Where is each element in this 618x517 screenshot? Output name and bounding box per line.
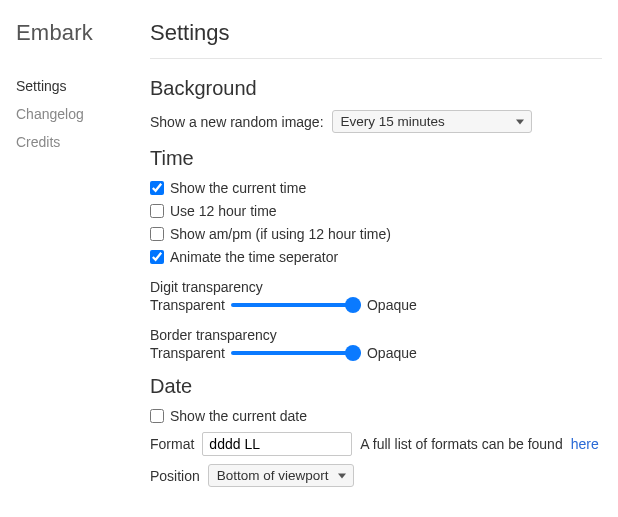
digit-slider-min-label: Transparent — [150, 297, 225, 313]
ampm-checkbox[interactable] — [150, 227, 164, 241]
animate-separator-label: Animate the time seperator — [170, 249, 338, 265]
date-format-label: Format — [150, 436, 194, 452]
sidebar-item-changelog[interactable]: Changelog — [16, 100, 126, 128]
border-slider-max-label: Opaque — [367, 345, 417, 361]
date-position-label: Position — [150, 468, 200, 484]
digit-transparency-slider[interactable] — [231, 303, 361, 307]
section-title-date: Date — [150, 375, 602, 398]
show-date-label: Show the current date — [170, 408, 307, 424]
border-transparency-label: Border transparency — [150, 327, 602, 343]
random-image-label: Show a new random image: — [150, 114, 324, 130]
date-format-input[interactable] — [202, 432, 352, 456]
digit-transparency-label: Digit transparency — [150, 279, 602, 295]
sidebar-item-settings[interactable]: Settings — [16, 72, 126, 100]
sidebar: Embark Settings Changelog Credits — [16, 20, 126, 495]
show-date-checkbox[interactable] — [150, 409, 164, 423]
show-time-label: Show the current time — [170, 180, 306, 196]
date-position-select[interactable]: Bottom of viewport — [208, 464, 354, 487]
twelve-hour-checkbox[interactable] — [150, 204, 164, 218]
ampm-label: Show am/pm (if using 12 hour time) — [170, 226, 391, 242]
date-format-help-text: A full list of formats can be found — [360, 436, 562, 452]
border-slider-min-label: Transparent — [150, 345, 225, 361]
page-title: Settings — [150, 20, 602, 59]
twelve-hour-label: Use 12 hour time — [170, 203, 277, 219]
animate-separator-checkbox[interactable] — [150, 250, 164, 264]
section-title-background: Background — [150, 77, 602, 100]
random-image-select[interactable]: Every 15 minutes — [332, 110, 532, 133]
digit-slider-max-label: Opaque — [367, 297, 417, 313]
date-format-help-link[interactable]: here — [571, 436, 599, 452]
sidebar-item-credits[interactable]: Credits — [16, 128, 126, 156]
show-time-checkbox[interactable] — [150, 181, 164, 195]
date-position-select-wrap: Bottom of viewport — [208, 464, 354, 487]
random-image-select-wrap: Every 15 minutes — [332, 110, 532, 133]
section-title-time: Time — [150, 147, 602, 170]
brand-title: Embark — [16, 20, 126, 46]
border-transparency-slider[interactable] — [231, 351, 361, 355]
main-content: Settings Background Show a new random im… — [150, 20, 602, 495]
